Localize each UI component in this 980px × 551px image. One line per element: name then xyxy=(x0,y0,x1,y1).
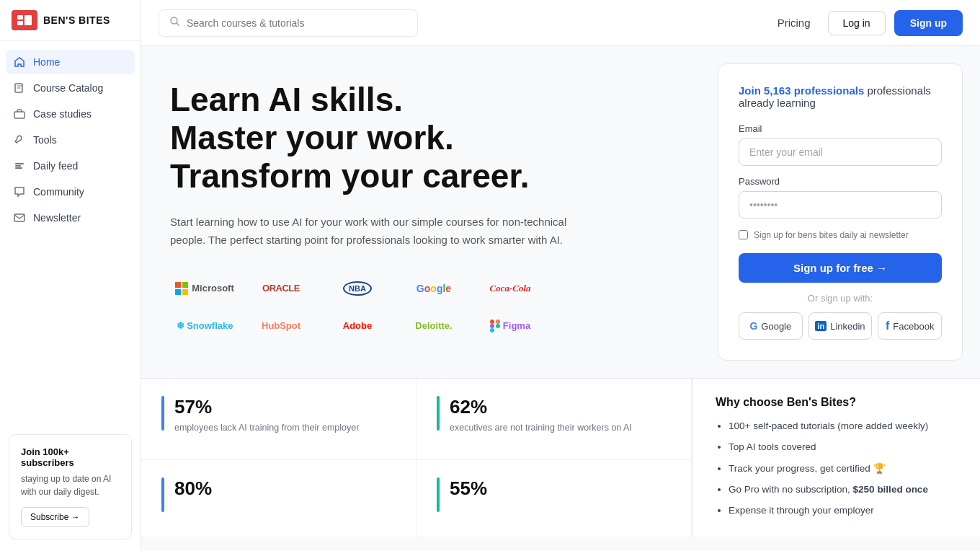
promo-title: Join 100k+ subscribers xyxy=(21,446,120,468)
sidebar-item-course-catalog-label: Course Catalog xyxy=(33,82,103,94)
google-signup-button[interactable]: G Google xyxy=(739,312,803,340)
svg-rect-2 xyxy=(24,15,32,25)
brand-oracle: ORACLE xyxy=(246,276,316,301)
svg-rect-10 xyxy=(490,319,494,324)
login-button[interactable]: Log in xyxy=(828,11,886,35)
hubspot-label: HubSpot xyxy=(262,320,300,331)
join-text: Join 5,163 professionals professionals a… xyxy=(739,84,942,109)
linkedin-btn-label: Linkedin xyxy=(830,321,865,332)
stat-55: 55% xyxy=(416,460,692,537)
hero-title-line2: Master your work. xyxy=(170,119,454,157)
logo-area[interactable]: BEN'S BITES xyxy=(0,0,141,41)
google-label: Google xyxy=(416,283,451,294)
mail-icon xyxy=(13,211,26,224)
hero-title-line1: Learn AI skills. xyxy=(170,81,403,118)
why-item-1: Top AI tools covered xyxy=(729,440,957,454)
stat-62-content: 62% executives are not training their wo… xyxy=(450,396,632,435)
sidebar-item-daily-feed[interactable]: Daily feed xyxy=(6,154,135,178)
brand-snowflake: ❄ Snowflake xyxy=(170,313,239,339)
top-nav: Pricing Log in Sign up xyxy=(141,0,980,46)
linkedin-icon: in xyxy=(815,321,827,331)
sidebar-item-newsletter-label: Newsletter xyxy=(33,212,81,224)
join-professionals-count: 5,163 professionals xyxy=(764,84,864,97)
sidebar-item-community[interactable]: Community xyxy=(6,180,135,204)
search-box[interactable] xyxy=(159,9,418,37)
stat-bar-55 xyxy=(437,477,440,512)
deloitte-label: Deloitte. xyxy=(415,320,452,331)
svg-rect-7 xyxy=(15,167,22,169)
pricing-link[interactable]: Pricing xyxy=(769,11,819,35)
email-input[interactable] xyxy=(739,138,942,166)
home-icon xyxy=(13,56,26,69)
main-area: Pricing Log in Sign up Learn AI skills. … xyxy=(141,0,980,551)
svg-rect-11 xyxy=(496,319,500,324)
brand-google: Google xyxy=(399,276,468,301)
sidebar-nav: Home Course Catalog Case studies Tools xyxy=(0,41,141,239)
newsletter-checkbox-label: Sign up for bens bites daily ai newslett… xyxy=(754,229,909,242)
join-count-text: Join 5,163 professionals xyxy=(739,84,864,97)
svg-rect-6 xyxy=(15,165,21,167)
sidebar-item-home-label: Home xyxy=(33,56,60,68)
hero-row: Learn AI skills. Master your work. Trans… xyxy=(141,46,980,378)
facebook-btn-label: Facebook xyxy=(893,321,934,332)
stat-80-number: 80% xyxy=(174,477,212,500)
brand-adobe: Adobe xyxy=(323,313,392,339)
hero-title: Learn AI skills. Master your work. Trans… xyxy=(170,81,677,195)
sidebar-item-newsletter[interactable]: Newsletter xyxy=(6,206,135,230)
newsletter-checkbox-row: Sign up for bens bites daily ai newslett… xyxy=(739,229,942,242)
stat-55-content: 55% xyxy=(450,477,487,500)
feed-icon xyxy=(13,159,26,172)
stat-80: 80% xyxy=(141,460,416,537)
hero-description: Start learning how to use AI for your wo… xyxy=(170,213,574,250)
newsletter-checkbox[interactable] xyxy=(739,230,748,239)
sidebar: BEN'S BITES Home Course Catalog Case stu… xyxy=(0,0,141,551)
stats-grid: 57% employees lack AI training from thei… xyxy=(141,379,692,537)
bottom-section: 57% employees lack AI training from thei… xyxy=(141,378,980,537)
stat-62-desc: executives are not training their worker… xyxy=(450,421,632,435)
figma-label: Figma xyxy=(490,319,530,332)
stat-57: 57% employees lack AI training from thei… xyxy=(141,379,416,460)
signup-button[interactable]: Sign up xyxy=(894,10,963,36)
subscribe-button[interactable]: Subscribe → xyxy=(21,507,89,527)
sidebar-item-daily-feed-label: Daily feed xyxy=(33,160,78,172)
oracle-label: ORACLE xyxy=(262,283,300,294)
facebook-icon: f xyxy=(886,319,889,332)
stat-57-desc: employees lack AI training from their em… xyxy=(174,421,359,435)
snowflake-label: ❄ Snowflake xyxy=(177,320,233,331)
sidebar-item-home[interactable]: Home xyxy=(6,50,135,74)
sidebar-item-community-label: Community xyxy=(33,186,84,198)
brand-microsoft: Microsoft xyxy=(170,276,239,301)
linkedin-signup-button[interactable]: in Linkedin xyxy=(808,312,873,340)
google-color-icon: G xyxy=(749,320,757,332)
sidebar-item-case-studies[interactable]: Case studies xyxy=(6,102,135,126)
signup-free-button[interactable]: Sign up for free → xyxy=(739,253,942,283)
main-scroll: Learn AI skills. Master your work. Trans… xyxy=(141,46,980,551)
stat-62: 62% executives are not training their wo… xyxy=(416,379,692,460)
adobe-label: Adobe xyxy=(343,320,372,331)
facebook-signup-button[interactable]: f Facebook xyxy=(878,312,942,340)
why-item-3: Go Pro with no subscription, $250 billed… xyxy=(729,482,957,497)
brand-coca-cola: Coca-Cola xyxy=(476,276,545,301)
stat-bar-62 xyxy=(437,396,440,431)
tools-icon xyxy=(13,133,26,146)
svg-rect-0 xyxy=(17,15,23,19)
microsoft-icon xyxy=(175,282,188,295)
google-btn-label: Google xyxy=(761,321,791,332)
brand-hubspot: HubSpot xyxy=(246,313,316,339)
svg-rect-8 xyxy=(14,214,24,221)
svg-rect-12 xyxy=(490,324,494,328)
why-title: Why choose Ben's Bites? xyxy=(716,396,957,409)
sidebar-item-tools[interactable]: Tools xyxy=(6,128,135,152)
why-list: 100+ self-paced tutorials (more added we… xyxy=(716,419,957,518)
search-input[interactable] xyxy=(187,17,407,29)
password-input[interactable] xyxy=(739,191,942,219)
coca-cola-label: Coca-Cola xyxy=(489,283,530,294)
stat-bar-57 xyxy=(161,396,164,431)
hero-right: Join 5,163 professionals professionals a… xyxy=(706,46,980,378)
sidebar-item-case-studies-label: Case studies xyxy=(33,108,92,120)
why-section: Why choose Ben's Bites? 100+ self-paced … xyxy=(692,379,980,537)
sidebar-item-course-catalog[interactable]: Course Catalog xyxy=(6,76,135,100)
search-icon xyxy=(169,16,181,30)
briefcase-icon xyxy=(13,107,26,120)
stat-55-number: 55% xyxy=(450,477,487,500)
